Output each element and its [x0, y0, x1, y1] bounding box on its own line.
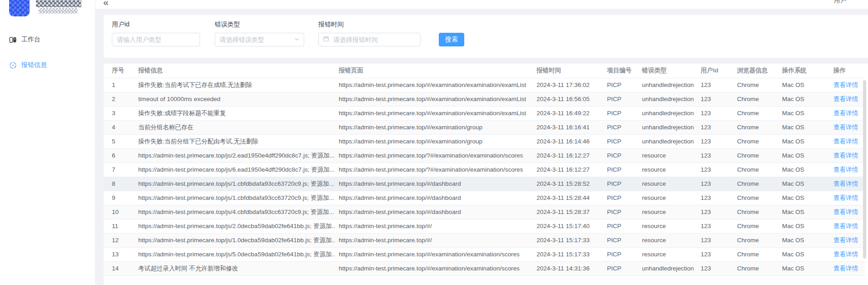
cell-os: Mac OS	[778, 191, 830, 205]
cell-user-id: 123	[697, 163, 733, 177]
table-row: 13https://admin-test.primecare.top/js/5.…	[104, 247, 865, 261]
cell-action: 查看详情	[830, 163, 865, 177]
collapse-sidebar-icon[interactable]: «	[103, 0, 109, 8]
cell-page: https://admin-test.primecare.top/#/exami…	[335, 92, 533, 106]
cell-message: https://admin-test.primecare.top/js/5.0d…	[135, 247, 335, 261]
view-detail-link[interactable]: 查看详情	[833, 124, 858, 131]
search-button[interactable]: 搜索	[439, 33, 464, 46]
view-detail-link[interactable]: 查看详情	[833, 237, 858, 244]
cell-index: 13	[104, 247, 135, 261]
cell-error-type: unhandledrejection	[638, 106, 697, 120]
error-time-datepicker[interactable]	[318, 33, 421, 46]
user-id-input[interactable]	[112, 33, 200, 46]
cell-page: https://admin-test.primecare.top/#/exami…	[335, 120, 533, 134]
cell-message: https://admin-test.primecare.top/js/2.ea…	[135, 148, 335, 163]
topbar-user-menu[interactable]: 用户 ⌃	[834, 0, 853, 5]
table-row: 2timeout of 10000ms exceededhttps://admi…	[104, 92, 865, 106]
sidebar-item-workbench[interactable]: 工作台	[9, 36, 40, 44]
sidebar-item-error-info[interactable]: 报错信息	[9, 61, 47, 69]
view-detail-link[interactable]: 查看详情	[833, 110, 858, 117]
cell-action: 查看详情	[830, 177, 865, 191]
cell-user-id: 123	[697, 106, 733, 120]
cell-action: 查看详情	[830, 261, 865, 275]
cell-browser: Chrome	[733, 205, 778, 219]
table-row: 14考试超过录入时间 不允许新增和修改https://admin-test.pr…	[104, 261, 865, 275]
cell-index: 7	[104, 163, 135, 177]
cell-error-type: unhandledrejection	[638, 261, 697, 275]
view-detail-link[interactable]: 查看详情	[833, 138, 858, 145]
cell-browser: Chrome	[733, 177, 778, 191]
cell-action: 查看详情	[830, 106, 865, 120]
cell-action: 查看详情	[830, 120, 865, 134]
cell-message: https://admin-test.primecare.top/js/6.ea…	[135, 163, 335, 177]
table-row: 7https://admin-test.primecare.top/js/6.e…	[104, 163, 865, 177]
cell-os: Mac OS	[778, 233, 830, 247]
table-scrollbar-thumb[interactable]	[863, 80, 866, 259]
cell-project: PICP	[603, 247, 638, 261]
filter-field-user-id: 用户id	[112, 20, 200, 46]
cell-time: 2024-3-11 15:28:44	[533, 191, 603, 205]
content-area: 用户id 错误类型 报错时间	[95, 9, 868, 285]
view-detail-link[interactable]: 查看详情	[833, 209, 858, 215]
column-header: 项目编号	[603, 64, 638, 78]
column-header: 浏览器信息	[733, 64, 778, 78]
cell-user-id: 123	[697, 92, 733, 106]
cell-page: https://admin-test.primecare.top/#/exami…	[335, 247, 533, 261]
sidebar: 工作台 报错信息	[0, 0, 95, 285]
view-detail-link[interactable]: 查看详情	[833, 180, 858, 187]
cell-action: 查看详情	[830, 191, 865, 205]
view-detail-link[interactable]: 查看详情	[833, 152, 858, 159]
cell-index: 3	[104, 106, 135, 120]
table-body: 1操作失败:当前考试下已存在成绩,无法删除https://admin-test.…	[104, 78, 865, 275]
cell-page: https://admin-test.primecare.top/?#/exam…	[335, 163, 533, 177]
view-detail-link[interactable]: 查看详情	[833, 251, 858, 258]
cell-os: Mac OS	[778, 78, 830, 92]
cell-project: PICP	[603, 106, 638, 120]
cell-time: 2024-3-11 16:56:05	[533, 92, 603, 106]
cell-os: Mac OS	[778, 134, 830, 148]
cell-page: https://admin-test.primecare.top/#/	[335, 219, 533, 233]
view-detail-link[interactable]: 查看详情	[833, 166, 858, 173]
view-detail-link[interactable]: 查看详情	[833, 81, 858, 88]
cell-os: Mac OS	[778, 177, 830, 191]
view-detail-link[interactable]: 查看详情	[833, 223, 858, 229]
column-header: 报错页面	[335, 64, 533, 78]
topbar-user-label: 用户	[834, 0, 847, 5]
cell-page: https://admin-test.primecare.top/#/	[335, 233, 533, 247]
cell-time: 2024-3-11 17:36:02	[533, 78, 603, 92]
table-row: 5操作失败:当前分组下已分配由考试,无法删除https://admin-test…	[104, 134, 865, 148]
cell-project: PICP	[603, 92, 638, 106]
cell-os: Mac OS	[778, 92, 830, 106]
cell-page: https://admin-test.primecare.top/#/exami…	[335, 106, 533, 120]
cell-index: 6	[104, 148, 135, 163]
error-type-select[interactable]	[215, 33, 304, 46]
cell-index: 8	[104, 177, 135, 191]
cell-error-type: resource	[638, 205, 697, 219]
cell-page: https://admin-test.primecare.top/#/exami…	[335, 134, 533, 148]
view-detail-link[interactable]: 查看详情	[833, 96, 858, 102]
cell-browser: Chrome	[733, 78, 778, 92]
cell-browser: Chrome	[733, 106, 778, 120]
cell-os: Mac OS	[778, 205, 830, 219]
brand-subtitle-redacted	[39, 8, 78, 14]
cell-message: https://admin-test.primecare.top/js/1.0d…	[135, 233, 335, 247]
view-detail-link[interactable]: 查看详情	[833, 265, 858, 272]
cell-browser: Chrome	[733, 120, 778, 134]
cell-user-id: 123	[697, 261, 733, 275]
table-row: 1操作失败:当前考试下已存在成绩,无法删除https://admin-test.…	[104, 78, 865, 92]
cell-browser: Chrome	[733, 233, 778, 247]
cell-message: https://admin-test.primecare.top/js/4.cb…	[135, 205, 335, 219]
cell-error-type: unhandledrejection	[638, 78, 697, 92]
table-header: 序号报错信息报错页面报错时间项目编号错误类型用户Id浏览器信息操作系统操作	[104, 64, 865, 78]
cell-user-id: 123	[697, 205, 733, 219]
cell-user-id: 123	[697, 134, 733, 148]
cell-project: PICP	[603, 219, 638, 233]
workbench-icon	[9, 36, 17, 44]
cell-index: 2	[104, 92, 135, 106]
cell-os: Mac OS	[778, 148, 830, 163]
view-detail-link[interactable]: 查看详情	[833, 194, 858, 201]
cell-time: 2024-3-11 15:17:33	[533, 233, 603, 247]
cell-action: 查看详情	[830, 148, 865, 163]
sidebar-item-label: 工作台	[21, 36, 40, 44]
cell-time: 2024-3-11 15:17:33	[533, 247, 603, 261]
